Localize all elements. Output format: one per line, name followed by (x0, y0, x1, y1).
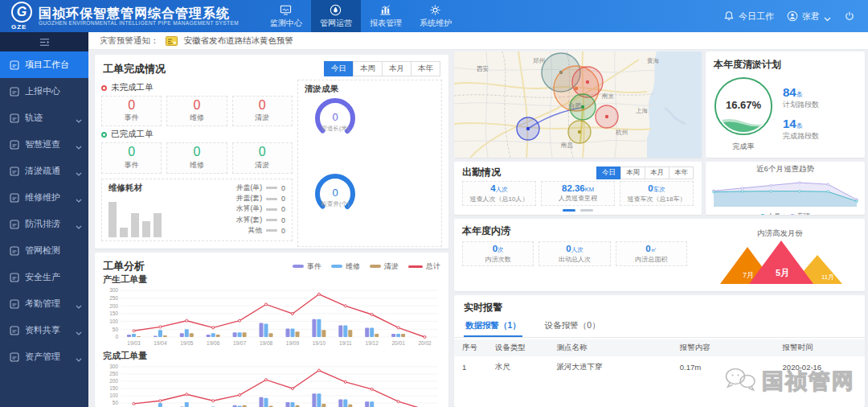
chevron-down-icon (76, 355, 82, 360)
pager-dash-2[interactable] (580, 209, 593, 212)
tab-今日[interactable]: 今日 (596, 166, 621, 179)
sidebar-item-dredging[interactable]: 清淤疏通 (0, 158, 88, 184)
tab-本年[interactable]: 本年 (411, 61, 440, 76)
sidebar-item-pipeline-detection[interactable]: 管网检测 (0, 237, 88, 264)
nav-item-monitoring-center[interactable]: 监测中心 (261, 0, 311, 32)
sidebar-item-track[interactable]: 轨迹 (0, 105, 88, 131)
app-logo: G GZE 国祯环保智慧管网综合管理系统 GUOZHEN ENVIRONMENT… (0, 2, 247, 31)
user-menu[interactable]: 张君 (787, 10, 831, 23)
nav-item-system-maintenance[interactable]: 系统维护 (411, 0, 461, 32)
svg-text:50: 50 (113, 400, 119, 405)
tab-本年[interactable]: 本年 (669, 166, 694, 179)
dredge-gauge-雨水口(个): 0雨水口(个) (300, 246, 371, 249)
monitor-icon (280, 4, 292, 16)
trend-legend-车辆[interactable]: 车辆 (790, 212, 810, 215)
sidebar-item-asset-management[interactable]: 资产管理 (0, 343, 88, 370)
power-icon (844, 10, 855, 22)
nav-item-pipeline-operation[interactable]: 管网运营 (311, 0, 361, 32)
logout-button[interactable] (844, 10, 855, 22)
svg-text:250: 250 (109, 371, 118, 376)
legend-维修[interactable]: 维修 (331, 261, 360, 272)
workorder-stat-事件: 0事件 (101, 142, 162, 173)
repair-maintenance-icon (10, 193, 19, 203)
svg-text:50: 50 (113, 327, 119, 332)
gear-icon (429, 4, 441, 16)
nav-item-report-management[interactable]: 报表管理 (361, 0, 411, 32)
nav-label: 报表管理 (370, 18, 402, 29)
sidebar-item-report-center[interactable]: 上报中心 (0, 78, 88, 105)
app-header: G GZE 国祯环保智慧管网综合管理系统 GUOZHEN ENVIRONMENT… (0, 0, 868, 32)
svg-text:西安: 西安 (477, 65, 489, 72)
track-icon (10, 113, 19, 123)
today-work-label: 今日工作 (739, 10, 774, 23)
workorder-title: 工单完成情况 (103, 62, 166, 76)
attendance-stat-人员巡查里程: 82.36KM人员巡查里程 (541, 181, 615, 206)
sidebar-item-safety-production[interactable]: 安全生产 (0, 264, 88, 290)
legend-事件[interactable]: 事件 (293, 261, 321, 272)
region-map[interactable]: 西安郑州南京合肥上海杭州南昌黄海 (454, 51, 702, 158)
sidebar-item-project-workbench[interactable]: 项目工作台 (0, 51, 88, 78)
sidebar-item-label: 项目工作台 (25, 59, 82, 71)
alarm-col-报警时间: 报警时间 (775, 339, 865, 356)
analysis-legend: 事件维修清淤总计 (293, 261, 440, 272)
produced-orders-chart: 05010015020025030019/0319/0419/0519/0619… (100, 286, 442, 347)
svg-text:合肥: 合肥 (569, 102, 582, 109)
alarm-col-测点名称: 测点名称 (549, 339, 672, 356)
trend-legend: 人员车辆 (706, 212, 865, 215)
pager-dash-1[interactable] (563, 209, 575, 212)
report-icon (379, 4, 391, 16)
dredge-gauge-检查井(个): 0检查井(个) (300, 171, 371, 246)
trend-title: 近6个月巡查趋势 (706, 164, 865, 175)
materials-bar-chart (108, 197, 186, 237)
sidebar-item-smart-inspection[interactable]: 智慧巡查 (0, 131, 88, 158)
alarm-tabs: 数据报警（1）设备报警（0） (454, 316, 865, 338)
svg-text:300: 300 (109, 287, 118, 293)
tab-本周[interactable]: 本周 (353, 61, 383, 76)
app-title: 国祯环保智慧管网综合管理系统 (39, 6, 239, 21)
svg-text:19/04: 19/04 (154, 340, 167, 346)
material-row: 水箅(套)0 (190, 216, 285, 225)
sidebar-item-label: 安全生产 (25, 271, 82, 283)
legend-总计[interactable]: 总计 (408, 261, 440, 272)
workorder-stat-事件: 0事件 (101, 96, 162, 126)
sidebar-item-repair-maintenance[interactable]: 维修维护 (0, 184, 88, 211)
svg-text:19/09: 19/09 (286, 340, 300, 346)
pipeline-icon (330, 4, 342, 16)
tab-本月[interactable]: 本月 (645, 166, 669, 179)
dredge-result-panel: 清淤成果 0管道长(米)0检查井(个)0雨水口(个)0淤泥量(m³) (297, 80, 442, 247)
attendance-stat-巡查车次（总18车）: 0车次巡查车次（总18车） (620, 181, 694, 206)
notice-message[interactable]: 安徽省发布道路结冰黄色预警 (184, 35, 294, 47)
sidebar-item-label: 资料共享 (25, 324, 70, 336)
alarm-tab-数据报警（1）[interactable]: 数据报警（1） (464, 318, 522, 337)
chevron-down-icon (76, 302, 82, 306)
pipeline-detection-icon (10, 246, 19, 256)
legend-清淤[interactable]: 清淤 (370, 261, 399, 272)
tab-本周[interactable]: 本周 (620, 166, 645, 179)
chevron-down-icon (76, 142, 82, 147)
completion-rate-label: 完成率 (712, 142, 775, 152)
chevron-down-icon (76, 328, 82, 333)
tab-今日[interactable]: 今日 (324, 61, 354, 76)
material-row: 井盖(单)0 (190, 183, 285, 193)
trend-legend-人员[interactable]: 人员 (760, 212, 780, 215)
sidebar-item-attendance-management[interactable]: 考勤管理 (0, 290, 88, 317)
sidebar-item-data-sharing[interactable]: 资料共享 (0, 317, 88, 343)
produced-orders-subtitle: 产生工单量 (95, 273, 448, 286)
today-work-button[interactable]: 今日工作 (723, 10, 774, 23)
dredge-gauge-管道长(米): 0管道长(米) (300, 95, 371, 171)
materials-title: 维修耗材 (108, 183, 186, 194)
sidebar-collapse-button[interactable] (0, 32, 88, 51)
alarm-row[interactable]: 1水尺派河大道下穿0.17m2020-02-16 (454, 356, 865, 378)
waterlog-title: 本年度内涝 (462, 224, 510, 238)
tab-本月[interactable]: 本月 (382, 61, 411, 76)
alarm-tab-设备报警（0）[interactable]: 设备报警（0） (543, 318, 602, 337)
completion-rate-gauge: 16.67% 完成率 (712, 75, 775, 152)
workorder-completion-card: 工单完成情况 今日本周本月本年 未完成工单0事件0维修0清淤已完成工单0事件0维… (95, 55, 448, 249)
sidebar-item-flood-control[interactable]: 防汛排涝 (0, 211, 88, 237)
nav-label: 管网运营 (320, 18, 352, 29)
material-row: 其他0 (190, 226, 285, 236)
svg-text:5月: 5月 (776, 268, 789, 278)
completed-orders-subtitle: 完成工单量 (95, 350, 448, 362)
data-sharing-icon (10, 326, 19, 335)
svg-text:20/01: 20/01 (391, 340, 405, 346)
